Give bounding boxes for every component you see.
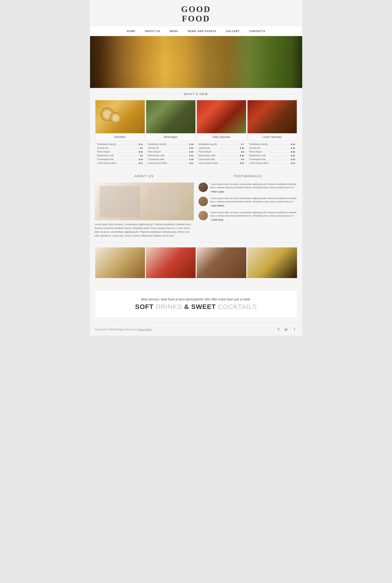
daily-specials-visual [197,100,246,133]
menu-item: Vestibulum iaculis $ 11 [97,143,143,146]
food-label-beverages: Beverages [146,133,196,141]
menu-item: Elementum velit $ 10 [249,154,295,157]
avatar-sam-adams [198,197,208,206]
divider-line-right [213,94,298,94]
desserts-visual [96,100,145,133]
facebook-icon[interactable]: f [292,326,298,332]
hero-image [90,36,302,88]
about-title: ABOUT US [130,174,158,178]
lunch-specials-visual [248,100,297,133]
menu-item: Elementum velit $ 8 [97,154,143,157]
nav-item-about[interactable]: ABOUT US [145,29,160,33]
food-card-beverages[interactable]: Beverages [146,100,196,141]
testimonial-text-2: "Lorem ipsum dolor sit amet, consectetue… [210,197,298,204]
avatar-linda-grey [198,211,208,220]
nav-link-menu[interactable]: MENU [170,30,178,33]
testimonial-author-2: - Sam Adams [210,204,298,207]
beverages-visual [146,100,196,133]
about-divider: ABOUT US [95,172,194,180]
menu-items-grid: Vestibulum iaculis $ 11 Lacinia est $ 9 … [90,141,302,172]
menu-item: Vestibulum iaculis $ 10 [148,143,194,146]
menu-item: Consequat ante $ 10 [97,158,143,161]
testimonials-section: "Lorem ipsum dolor sit amet, consectetue… [198,180,298,240]
menu-item: Elementum velit $ 10 [198,154,244,157]
menu-item: Consequat ante $ 9 [198,158,244,161]
about-image [95,183,194,220]
googleplus-icon[interactable]: g+ [284,326,290,332]
nav-item-contacts[interactable]: CONTACTS [249,29,265,33]
gallery-divider-line [95,242,298,243]
footer-left: Good food © 2014 All Rights Reserved | P… [95,327,152,331]
about-text: Lorem ipsum dolor sit amet, consectetuer… [95,223,194,238]
twitter-icon[interactable]: 𝕏 [276,326,282,332]
menu-item: Proin dictum $ 10 [249,150,295,153]
menu-item: Lacinia est $ 12 [148,147,194,149]
menu-item: Lacinia est $ 10 [198,147,244,149]
promo-cocktails: COCKTAILS [218,303,257,310]
logo-line2: FOOD [90,14,302,24]
testimonial-item-1: "Lorem ipsum dolor sit amet, consectetue… [198,183,298,193]
food-label-desserts: Desserts [96,133,145,141]
page-wrapper: GOOD FOOD HOME ABOUT US MENU NEWS AND EV… [90,0,302,336]
nav-list: HOME ABOUT US MENU NEWS AND EVENTS GALLE… [90,26,302,36]
menu-item: Lorem ipsum dolor $ 10 [198,162,244,164]
gallery-image-2[interactable] [146,247,196,278]
menu-item: Lorem ipsum dolor $ 10 [249,162,295,164]
menu-item: Lacinia est $ 10 [249,147,295,149]
food-category-grid: Desserts Beverages Daily Specials Lunch … [90,100,302,141]
menu-item: Lorem ipsum dolor $ 11 [97,162,143,164]
menu-item: Lacinia est $ 9 [97,147,143,149]
food-image-daily-specials [197,100,246,133]
testimonial-item-3: "Lorem ipsum dolor sit amet, consectetue… [198,211,298,222]
about-testimonials-section: Lorem ipsum dolor sit amet, consectetuer… [90,180,302,240]
nav-item-home[interactable]: HOME [127,29,136,33]
footer-privacy-link[interactable]: Privacy Policy [138,328,152,331]
menu-item: Vestibulum iaculis $ 10 [249,143,295,146]
testimonial-author-3: - Linda Grey [210,218,298,221]
menu-item: Consequat ante $ 10 [249,158,295,161]
nav-link-about[interactable]: ABOUT US [145,30,160,33]
menu-column-daily-specials: Vestibulum iaculis $ 7 Lacinia est $ 10 … [196,141,247,167]
nav-link-contacts[interactable]: CONTACTS [249,30,265,33]
food-card-desserts[interactable]: Desserts [95,100,145,141]
testimonial-content-2: "Lorem ipsum dolor sit amet, consectetue… [210,197,298,208]
testimonial-text-3: "Lorem ipsum dolor sit amet, consectetue… [210,211,298,218]
testimonial-item-2: "Lorem ipsum dolor sit amet, consectetue… [198,197,298,208]
about-section: Lorem ipsum dolor sit amet, consectetuer… [95,180,194,240]
testimonials-divider-left [198,176,229,176]
gallery-bottom-divider [90,280,302,285]
promo-subtitle: Best service, best food & best atmospher… [104,297,288,301]
food-card-daily-specials[interactable]: Daily Specials [196,100,246,141]
menu-item: Lorem ipsum dolor $ 11 [148,162,194,164]
food-image-desserts [96,100,145,133]
nav-link-home[interactable]: HOME [127,30,136,33]
nav-link-news[interactable]: NEWS AND EVENTS [188,30,216,33]
menu-item: Vestibulum iaculis $ 7 [198,143,244,146]
menu-column-desserts: Vestibulum iaculis $ 11 Lacinia est $ 9 … [95,141,146,167]
about-divider-left [95,176,130,176]
food-label-daily-specials: Daily Specials [197,133,246,141]
promo-drinks: DRINKS [156,303,182,310]
menu-item: Elementum velit $ 11 [148,154,194,157]
food-image-beverages [146,100,196,133]
gallery-image-1[interactable] [95,247,145,278]
testimonials-divider: TESTIMONIALS [198,172,298,180]
social-icons: 𝕏 g+ f [276,326,298,332]
site-footer: Good food © 2014 All Rights Reserved | P… [90,323,302,336]
gallery-image-3[interactable] [196,247,246,278]
gallery-image-4[interactable] [247,247,297,278]
nav-item-menu[interactable]: MENU [170,29,178,33]
testimonials-title: TESTIMONIALS [229,174,266,178]
nav-item-gallery[interactable]: GALLERY [226,29,240,33]
testimonial-content-3: "Lorem ipsum dolor sit amet, consectetue… [210,211,298,222]
promo-title: SOFT DRINKS & SWEET COCKTAILS [104,303,288,311]
menu-item: Proin dictum $ 10 [97,150,143,153]
food-card-lunch-specials[interactable]: Lunch Specials [247,100,297,141]
nav-link-gallery[interactable]: GALLERY [226,30,240,33]
site-header: GOOD FOOD [90,0,302,26]
promo-banner: Best service, best food & best atmospher… [95,290,298,318]
avatar-peter-lopes [198,183,208,192]
divider-line-left [95,94,180,94]
nav-item-news[interactable]: NEWS AND EVENTS [188,29,216,33]
menu-column-lunch-specials: Vestibulum iaculis $ 10 Lacinia est $ 10… [247,141,298,167]
